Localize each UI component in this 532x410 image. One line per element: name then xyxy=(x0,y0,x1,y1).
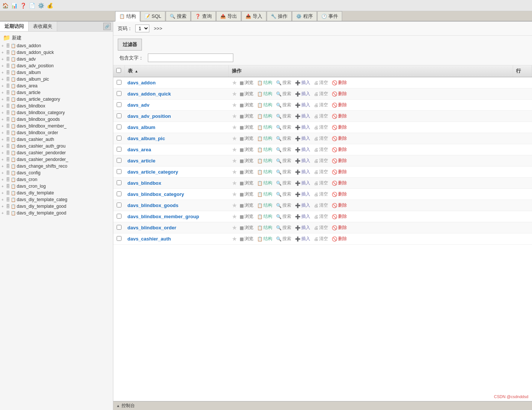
search-btn[interactable]: 🔍 搜索 xyxy=(275,90,292,97)
page-select[interactable]: 1 xyxy=(135,25,149,32)
search-btn[interactable]: 🔍 搜索 xyxy=(275,213,292,220)
insert-btn[interactable]: ➕ 插入 xyxy=(294,180,311,187)
structure-btn[interactable]: 📋 结构 xyxy=(256,113,273,120)
table-name-link[interactable]: davs_article xyxy=(127,158,155,164)
browse-btn[interactable]: ▦ 浏览 xyxy=(239,135,254,142)
row-checkbox[interactable] xyxy=(117,147,121,152)
sidebar-scroll-icon[interactable]: 🔗 xyxy=(103,23,111,30)
structure-btn[interactable]: 📋 结构 xyxy=(256,124,273,131)
sidebar-item[interactable]: + 🗄 📋 davs_cashier_pendorder xyxy=(0,149,113,156)
browse-btn[interactable]: ▦ 浏览 xyxy=(239,235,254,242)
sidebar-tab-bookmarks[interactable]: 表收藏夹 xyxy=(29,22,57,31)
delete-btn[interactable]: 🚫 删除 xyxy=(331,135,348,142)
sidebar-item[interactable]: + 🗄 📋 davs_cashier_pendorder_ xyxy=(0,156,113,163)
insert-btn[interactable]: ➕ 插入 xyxy=(294,235,311,242)
row-checkbox[interactable] xyxy=(117,236,121,241)
search-btn[interactable]: 🔍 搜索 xyxy=(275,191,292,198)
sidebar-item[interactable]: + 🗄 📋 davs_blindbox_category xyxy=(0,109,113,116)
browse-btn[interactable]: ▦ 浏览 xyxy=(239,124,254,131)
structure-btn[interactable]: 📋 结构 xyxy=(256,101,273,109)
structure-btn[interactable]: 📋 结构 xyxy=(256,180,273,187)
star-btn[interactable]: ★ xyxy=(232,180,237,187)
delete-btn[interactable]: 🚫 删除 xyxy=(331,90,348,97)
empty-btn[interactable]: 🖨 清空 xyxy=(313,168,329,175)
empty-btn[interactable]: 🖨 清空 xyxy=(313,146,329,153)
console-tab[interactable]: ▲ 控制台 xyxy=(113,401,532,410)
structure-btn[interactable]: 📋 结构 xyxy=(256,135,273,142)
search-btn[interactable]: 🔍 搜索 xyxy=(275,224,292,231)
row-checkbox[interactable] xyxy=(117,191,121,196)
insert-btn[interactable]: ➕ 插入 xyxy=(294,224,311,231)
delete-btn[interactable]: 🚫 删除 xyxy=(331,213,348,220)
table-name-link[interactable]: davs_cashier_auth xyxy=(127,236,171,242)
search-btn[interactable]: 🔍 搜索 xyxy=(275,113,292,120)
db-icon[interactable]: 📊 xyxy=(10,2,18,9)
star-btn[interactable]: ★ xyxy=(232,168,237,175)
settings-icon[interactable]: ⚙️ xyxy=(37,2,45,9)
browse-btn[interactable]: ▦ 浏览 xyxy=(239,202,254,209)
sidebar-item[interactable]: + 🗄 📋 davs_diy_template xyxy=(0,190,113,196)
empty-btn[interactable]: 🖨 清空 xyxy=(313,90,329,97)
table-name-link[interactable]: davs_blindbox_goods xyxy=(127,203,178,208)
structure-btn[interactable]: 📋 结构 xyxy=(256,79,273,86)
star-btn[interactable]: ★ xyxy=(232,157,237,164)
search-btn[interactable]: 🔍 搜索 xyxy=(275,157,292,164)
tab-event[interactable]: 🕐 事件 xyxy=(317,11,342,21)
sidebar-item[interactable]: + 🗄 📋 davs_adv xyxy=(0,56,113,62)
sidebar-item[interactable]: + 🗄 📋 davs_diy_template_categ xyxy=(0,196,113,203)
delete-btn[interactable]: 🚫 删除 xyxy=(331,101,348,109)
sidebar-item[interactable]: + 🗄 📋 davs_album_pic xyxy=(0,76,113,83)
delete-btn[interactable]: 🚫 删除 xyxy=(331,124,348,131)
table-name-link[interactable]: davs_blindbox_category xyxy=(127,191,184,197)
sidebar-item[interactable]: + 🗄 📋 davs_adv_position xyxy=(0,62,113,69)
star-btn[interactable]: ★ xyxy=(232,135,237,142)
delete-btn[interactable]: 🚫 删除 xyxy=(331,191,348,198)
browse-btn[interactable]: ▦ 浏览 xyxy=(239,224,254,231)
delete-btn[interactable]: 🚫 删除 xyxy=(331,224,348,231)
insert-btn[interactable]: ➕ 插入 xyxy=(294,146,311,153)
tab-import[interactable]: 📥 导入 xyxy=(241,11,266,21)
table-name-link[interactable]: davs_blindbox_member_group xyxy=(127,214,199,219)
star-btn[interactable]: ★ xyxy=(232,79,237,86)
sidebar-item[interactable]: + 🗄 📋 davs_change_shifts_reco xyxy=(0,163,113,170)
star-btn[interactable]: ★ xyxy=(232,213,237,220)
help-icon[interactable]: ❓ xyxy=(19,2,27,9)
row-checkbox[interactable] xyxy=(117,214,121,219)
table-name-link[interactable]: davs_album_pic xyxy=(127,136,165,141)
table-name-link[interactable]: davs_adv_position xyxy=(127,113,171,119)
search-btn[interactable]: 🔍 搜索 xyxy=(275,146,292,153)
delete-btn[interactable]: 🚫 删除 xyxy=(331,113,348,120)
empty-btn[interactable]: 🖨 清空 xyxy=(313,124,329,131)
empty-btn[interactable]: 🖨 清空 xyxy=(313,135,329,142)
structure-btn[interactable]: 📋 结构 xyxy=(256,224,273,231)
delete-btn[interactable]: 🚫 删除 xyxy=(331,180,348,187)
delete-btn[interactable]: 🚫 删除 xyxy=(331,79,348,86)
star-btn[interactable]: ★ xyxy=(232,235,237,242)
delete-btn[interactable]: 🚫 删除 xyxy=(331,157,348,164)
sidebar-item[interactable]: + 🗄 📋 davs_cashier_auth_grou xyxy=(0,143,113,149)
insert-btn[interactable]: ➕ 插入 xyxy=(294,191,311,198)
structure-btn[interactable]: 📋 结构 xyxy=(256,202,273,209)
tab-export[interactable]: 📤 导出 xyxy=(216,11,241,21)
col-table-header[interactable]: 表 ▲ xyxy=(124,65,229,77)
browse-btn[interactable]: ▦ 浏览 xyxy=(239,79,254,86)
star-btn[interactable]: ★ xyxy=(232,113,237,120)
insert-btn[interactable]: ➕ 插入 xyxy=(294,113,311,120)
empty-btn[interactable]: 🖨 清空 xyxy=(313,224,329,231)
sidebar-item[interactable]: + 🗄 📋 davs_addon_quick xyxy=(0,49,113,56)
search-btn[interactable]: 🔍 搜索 xyxy=(275,124,292,131)
row-checkbox[interactable] xyxy=(117,158,121,163)
empty-btn[interactable]: 🖨 清空 xyxy=(313,202,329,209)
insert-btn[interactable]: ➕ 插入 xyxy=(294,202,311,209)
browse-btn[interactable]: ▦ 浏览 xyxy=(239,168,254,175)
insert-btn[interactable]: ➕ 插入 xyxy=(294,157,311,164)
search-btn[interactable]: 🔍 搜索 xyxy=(275,101,292,109)
row-checkbox[interactable] xyxy=(117,203,121,207)
insert-btn[interactable]: ➕ 插入 xyxy=(294,168,311,175)
browse-btn[interactable]: ▦ 浏览 xyxy=(239,191,254,198)
delete-btn[interactable]: 🚫 删除 xyxy=(331,202,348,209)
insert-btn[interactable]: ➕ 插入 xyxy=(294,135,311,142)
sidebar-item[interactable]: + 🗄 📋 davs_config xyxy=(0,170,113,176)
row-checkbox[interactable] xyxy=(117,125,121,129)
search-btn[interactable]: 🔍 搜索 xyxy=(275,168,292,175)
